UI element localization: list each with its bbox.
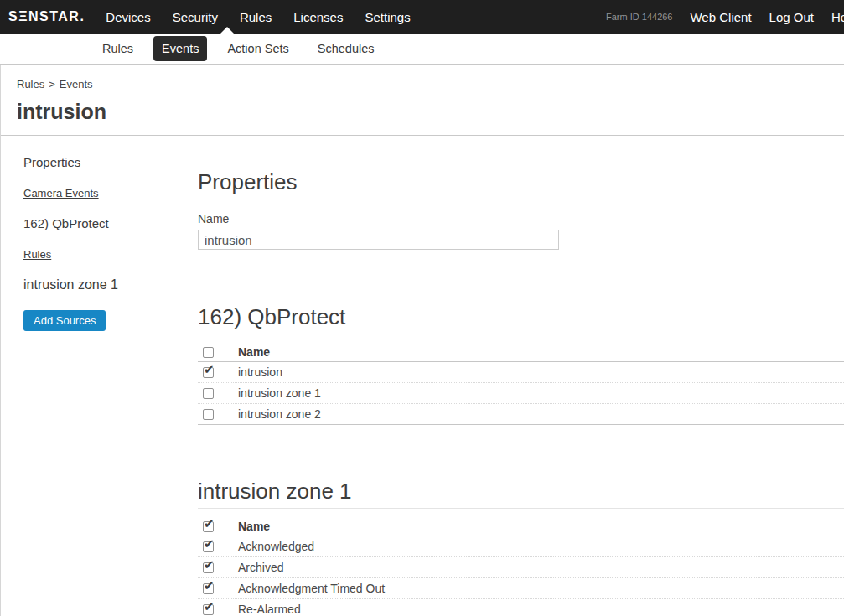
qbprotect-table: Name intrusion intrusion zone 1 intrusio… — [198, 342, 844, 425]
sidebar-item-qbprotect[interactable]: 162) QbProtect — [23, 216, 181, 230]
row-checkbox[interactable] — [203, 583, 214, 594]
divider — [198, 334, 844, 334]
farm-id-label: Farm ID 144266 — [606, 12, 672, 22]
page-body: Rules>Events intrusion Properties Camera… — [0, 65, 844, 616]
nav-item-security[interactable]: Security — [162, 10, 229, 24]
divider — [198, 199, 844, 199]
table-header-row: Name — [198, 516, 844, 536]
senstar-logo: SΞNSTAR. — [8, 9, 85, 24]
nav-item-licenses[interactable]: Licenses — [282, 10, 354, 24]
name-column-header: Name — [238, 345, 270, 359]
nav-item-devices[interactable]: Devices — [95, 10, 161, 24]
zone-heading: intrusion zone 1 — [198, 480, 844, 503]
tab-schedules[interactable]: Schedules — [309, 36, 383, 61]
table-row: intrusion zone 2 — [198, 404, 844, 425]
table-row: Acknowledgment Timed Out — [198, 578, 844, 599]
table-row: Archived — [198, 557, 844, 578]
row-name: intrusion zone 2 — [238, 407, 321, 421]
top-nav-menu: Devices Security Rules Licenses Settings — [95, 10, 421, 24]
top-nav: SΞNSTAR. Devices Security Rules Licenses… — [0, 0, 844, 34]
breadcrumb-events[interactable]: Events — [60, 78, 93, 91]
main-content: Properties Name 162) QbProtect Name intr… — [181, 136, 844, 616]
select-all-checkbox[interactable] — [203, 521, 214, 532]
row-name: Archived — [238, 561, 283, 574]
name-input[interactable] — [198, 230, 559, 250]
page-title: intrusion — [17, 100, 844, 124]
top-nav-right: Farm ID 144266 Web Client Log Out Help — [606, 0, 844, 34]
tab-action-sets[interactable]: Action Sets — [219, 36, 297, 61]
section-properties: Properties Name — [198, 171, 844, 250]
row-checkbox[interactable] — [203, 562, 214, 573]
active-nav-caret-icon — [220, 27, 234, 34]
row-checkbox[interactable] — [203, 541, 214, 552]
row-name: Acknowledged — [238, 540, 314, 553]
sidebar-item-rules[interactable]: Rules — [23, 248, 181, 261]
zone-table: Name Acknowledged Archived Acknowledgmen… — [198, 516, 844, 616]
table-row: Re-Alarmed — [198, 599, 844, 616]
table-row: intrusion — [198, 362, 844, 383]
sidebar: Properties Camera Events 162) QbProtect … — [1, 136, 181, 616]
section-intrusion-zone-1: intrusion zone 1 Name Acknowledged Archi… — [198, 480, 844, 616]
table-row: Acknowledged — [198, 536, 844, 557]
qbprotect-heading: 162) QbProtect — [198, 306, 844, 329]
row-checkbox[interactable] — [203, 367, 214, 378]
web-client-link[interactable]: Web Client — [690, 10, 751, 24]
row-checkbox[interactable] — [203, 604, 214, 615]
row-checkbox[interactable] — [203, 388, 214, 399]
sidebar-item-camera-events[interactable]: Camera Events — [23, 187, 181, 199]
nav-item-settings[interactable]: Settings — [354, 10, 421, 24]
name-column-header: Name — [238, 520, 270, 533]
row-name: Re-Alarmed — [238, 603, 301, 616]
content: Properties Camera Events 162) QbProtect … — [1, 136, 844, 616]
tab-events[interactable]: Events — [153, 36, 207, 61]
section-qbprotect: 162) QbProtect Name intrusion intrusion … — [198, 306, 844, 425]
row-name: intrusion zone 1 — [238, 386, 321, 400]
nav-item-rules[interactable]: Rules — [229, 10, 282, 24]
table-row: intrusion zone 1 — [198, 383, 844, 404]
sidebar-item-intrusion-zone-1[interactable]: intrusion zone 1 — [23, 277, 181, 292]
select-all-checkbox[interactable] — [203, 347, 214, 358]
breadcrumb: Rules>Events — [17, 78, 844, 91]
row-checkbox[interactable] — [203, 409, 214, 420]
sidebar-item-properties[interactable]: Properties — [23, 155, 181, 169]
log-out-link[interactable]: Log Out — [769, 10, 814, 24]
breadcrumb-rules[interactable]: Rules — [17, 78, 44, 91]
tab-rules[interactable]: Rules — [94, 36, 142, 61]
row-name: intrusion — [238, 365, 282, 379]
row-name: Acknowledgment Timed Out — [238, 582, 385, 595]
divider — [198, 508, 844, 509]
tab-bar: Rules Events Action Sets Schedules — [0, 34, 844, 65]
properties-heading: Properties — [198, 171, 844, 194]
breadcrumb-separator: > — [49, 78, 55, 91]
page-header: Rules>Events intrusion — [1, 65, 844, 136]
add-sources-button[interactable]: Add Sources — [23, 310, 106, 331]
name-field-label: Name — [198, 212, 844, 225]
table-header-row: Name — [198, 342, 844, 362]
help-link[interactable]: Help — [831, 10, 844, 24]
